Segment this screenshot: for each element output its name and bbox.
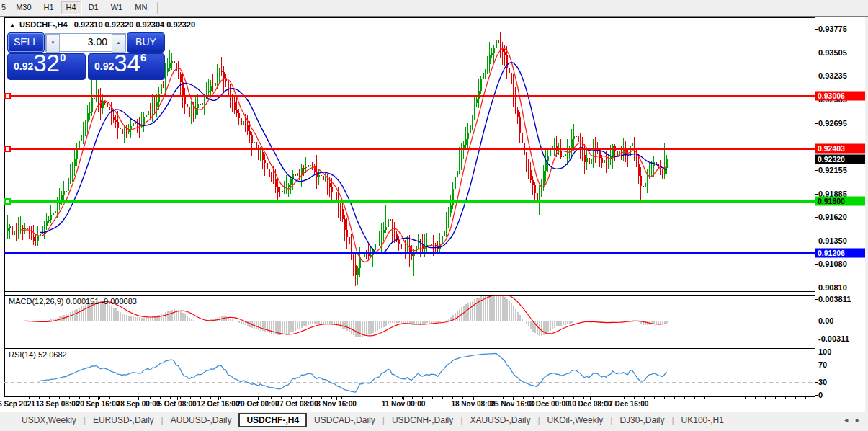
timeframe-button-d1[interactable]: D1 [83, 1, 104, 15]
chart-tab-dj30-daily[interactable]: DJ30-,Daily [612, 414, 671, 427]
chart-tab-usdcad-daily[interactable]: USDCAD-,Daily [307, 414, 382, 427]
chart-tab-eurusd-daily[interactable]: EURUSD-,Daily [86, 414, 161, 427]
buy-price-button[interactable]: 0.92346 [88, 53, 165, 80]
buy-price-big: 34 [114, 50, 140, 76]
macd-label: MACD(12,26,9) 0.000151 -0.000083 [9, 297, 137, 306]
volume-spinner: ▼ 3.00 ▲ [45, 33, 126, 52]
chart-tabs: USDX,Weekly|EURUSD-,Daily|AUDUSD-,DailyU… [14, 414, 731, 427]
chart-ohlc-values: 0.92310 0.92320 0.92304 0.92320 [74, 20, 195, 29]
chart-tab-audusd-daily[interactable]: AUDUSD-,Daily [164, 414, 239, 427]
chart-tab-bar: USDX,Weekly|EURUSD-,Daily|AUDUSD-,DailyU… [0, 412, 868, 431]
timeframe-buttons: 5M30H1H4D1W1MN [0, 1, 153, 15]
volume-decrease-button[interactable]: ▼ [46, 34, 60, 53]
tab-scroll-right-icon[interactable]: ► [854, 417, 866, 424]
chart-title: ▲ USDCHF-,H4 0.92310 0.92320 0.92304 0.9… [9, 20, 195, 29]
timeframe-button-m30[interactable]: M30 [10, 1, 37, 15]
chart-tab-uk100-h1[interactable]: UK100-,H1 [674, 414, 731, 427]
buy-price-prefix: 0.92 [94, 61, 114, 72]
chart-tab-ukoil-weekly[interactable]: UKOil-,Weekly [540, 414, 611, 427]
sell-price-big: 32 [33, 50, 60, 76]
sell-price-pip: 0 [60, 51, 66, 63]
window-right-edge [865, 0, 868, 431]
timeframe-button-5[interactable]: 5 [0, 1, 9, 15]
volume-increase-button[interactable]: ▲ [112, 34, 125, 53]
chart-tab-usdcnh-daily[interactable]: USDCNH-,Daily [385, 414, 460, 427]
timeframe-button-mn[interactable]: MN [129, 1, 153, 15]
timeframe-button-h4[interactable]: H4 [61, 1, 82, 15]
timeframe-button-h1[interactable]: H1 [38, 1, 60, 15]
chart-tab-xauusd-daily[interactable]: XAUUSD-,Daily [462, 414, 537, 427]
volume-input[interactable]: 3.00 [60, 34, 112, 51]
chart-tab-usdx-weekly[interactable]: USDX,Weekly [14, 414, 84, 427]
tab-scroll-left-icon[interactable]: ◄ [843, 417, 854, 424]
sell-price-button[interactable]: 0.92320 [7, 53, 86, 80]
tab-scroll-arrows[interactable]: ◄► [843, 417, 866, 424]
rsi-indicator [4, 353, 815, 392]
toolbar-separator [157, 2, 158, 14]
collapse-arrow-icon[interactable]: ▲ [9, 22, 15, 28]
sell-price-prefix: 0.92 [14, 61, 33, 72]
mt4-terminal: 5M30H1H4D1W1MN ▲ USDCHF-,H4 0.92310 0.92… [0, 0, 868, 431]
one-click-trade-panel: SELL ▼ 3.00 ▲ BUY 0.92320 0.92346 [7, 32, 164, 79]
timeframe-toolbar: 5M30H1H4D1W1MN [0, 0, 868, 17]
timeframe-button-w1[interactable]: W1 [105, 1, 129, 15]
buy-price-pip: 6 [140, 51, 146, 63]
axis-ticks [9, 30, 818, 401]
chart-symbol-period: USDCHF-,H4 [19, 20, 68, 29]
horizontal-level-lines[interactable] [4, 94, 815, 254]
rsi-label: RSI(14) 52.0682 [9, 350, 67, 359]
chart-tab-usdchf-h4[interactable]: USDCHF-,H4 [238, 413, 307, 427]
